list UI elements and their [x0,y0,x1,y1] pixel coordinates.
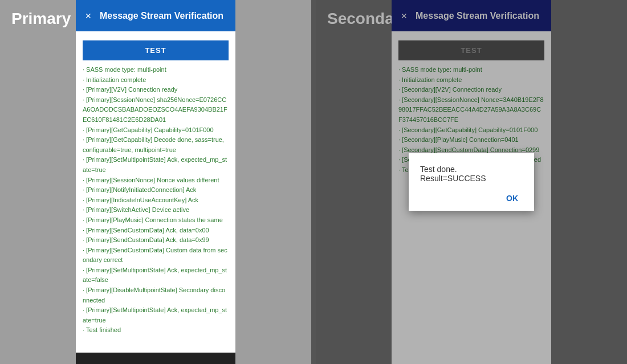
result-dialog: Test done. Result=SUCCESS OK [409,153,534,211]
right-panel: Secondary ✕ Message Stream Verification … [316,0,627,364]
left-panel: Primary ✕ Message Stream Verification TE… [0,0,311,364]
left-dialog-header: ✕ Message Stream Verification [76,0,235,31]
left-dialog-wrapper: ✕ Message Stream Verification TEST · SAS… [0,0,311,364]
result-ok-container: OK [420,191,523,205]
left-dialog-title: Message Stream Verification [100,11,223,21]
left-close-button[interactable]: ✕ [83,10,94,22]
result-overlay: Test done. Result=SUCCESS OK [316,0,627,364]
left-test-button[interactable]: TEST [83,40,229,60]
left-log-area: · SASS mode type: multi-point · Initiali… [83,65,229,336]
left-dialog: ✕ Message Stream Verification TEST · SAS… [76,0,235,364]
result-text: Test done. Result=SUCCESS [420,165,523,183]
left-dialog-body: TEST · SASS mode type: multi-point · Ini… [76,31,235,364]
ok-button[interactable]: OK [502,191,523,205]
left-bottom-bar [76,353,235,364]
right-dialog-wrapper: ✕ Message Stream Verification TEST · SAS… [316,0,627,364]
panel-separator [311,0,316,364]
